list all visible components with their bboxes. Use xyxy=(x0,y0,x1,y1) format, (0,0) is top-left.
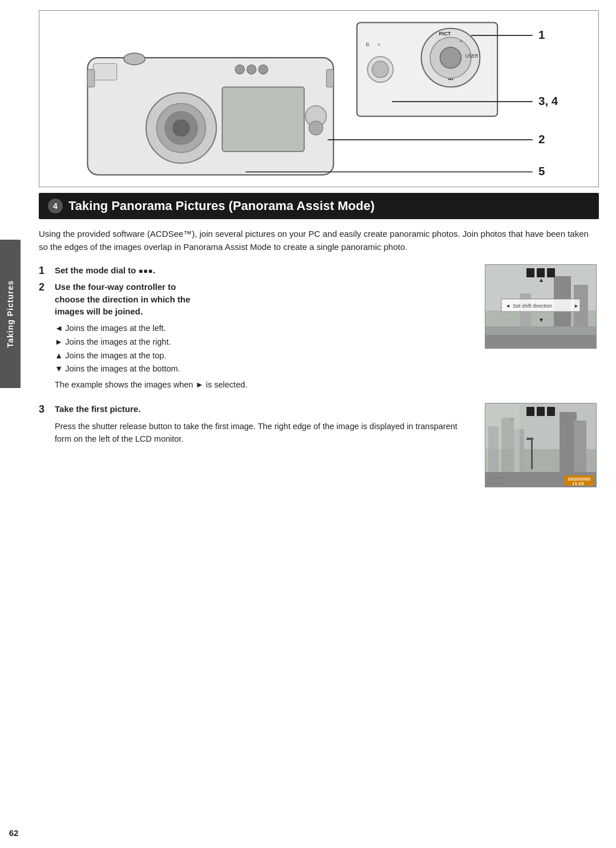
step-1-text: Set the mode dial to ▪▪▪. xyxy=(55,264,155,277)
camera-diagram-svg: PICT ≈ USER ▪▪▪ B ≈ 1 3, 4 2 5 xyxy=(39,11,598,187)
intro-paragraph: Using the provided software (ACDSee™), j… xyxy=(39,227,599,254)
section-title: Taking Panorama Pictures (Panorama Assis… xyxy=(68,199,375,213)
step-3-area: 3 Take the first picture. Press the shut… xyxy=(39,403,599,487)
svg-rect-66 xyxy=(526,438,533,440)
lcd1-scene: ▲ ◄ Set shift direction ► ▼ xyxy=(485,265,597,349)
svg-point-8 xyxy=(247,64,256,74)
sidebar-tab: Taking Pictures xyxy=(0,240,21,388)
svg-text:PICT: PICT xyxy=(439,31,451,37)
lcd-preview-1: ▲ ◄ Set shift direction ► ▼ xyxy=(485,264,597,349)
svg-text:1: 1 xyxy=(538,28,545,41)
svg-rect-54 xyxy=(574,421,586,472)
svg-rect-10 xyxy=(222,87,305,151)
step-3-heading: Take the first picture. xyxy=(55,403,141,415)
lcd2-scene: □ □ 10/20/2003 11:19 xyxy=(485,403,597,487)
svg-text:Set shift direction: Set shift direction xyxy=(513,303,552,309)
svg-rect-41 xyxy=(485,326,597,335)
svg-point-18 xyxy=(440,47,461,68)
svg-rect-42 xyxy=(526,268,534,277)
svg-rect-58 xyxy=(501,418,514,472)
svg-text:□: □ xyxy=(564,417,567,422)
svg-text:USER: USER xyxy=(465,54,479,59)
lcd-preview-2-col: □ □ 10/20/2003 11:19 xyxy=(485,403,599,487)
svg-text:11:19: 11:19 xyxy=(572,481,584,486)
main-content: PICT ≈ USER ▪▪▪ B ≈ 1 3, 4 2 5 4 xyxy=(27,0,616,848)
step-3-item: 3 Take the first picture. xyxy=(39,403,473,416)
svg-text:▪▪▪: ▪▪▪ xyxy=(448,76,453,82)
svg-rect-14 xyxy=(326,70,333,87)
bullet-down: Joins the images at the bottom. xyxy=(55,363,473,375)
svg-text:3, 4: 3, 4 xyxy=(538,94,558,107)
svg-point-24 xyxy=(372,61,388,78)
svg-point-4 xyxy=(173,120,189,136)
svg-point-5 xyxy=(124,53,145,65)
step-1-number: 1 xyxy=(39,264,49,277)
svg-text:►: ► xyxy=(574,303,579,309)
panorama-mode-icon: ▪▪▪ xyxy=(139,266,153,275)
step-2-text: Use the four-way controller tochoose the… xyxy=(55,281,191,318)
svg-rect-61 xyxy=(537,407,545,416)
sidebar: Taking Pictures 62 xyxy=(0,0,27,848)
step-2-number: 2 xyxy=(39,281,49,294)
svg-text:◄: ◄ xyxy=(505,303,510,309)
lcd-preview-2: □ □ 10/20/2003 11:19 xyxy=(485,403,597,487)
steps-1-2-area: 1 Set the mode dial to ▪▪▪. 2 Use the fo… xyxy=(39,264,599,398)
svg-rect-6 xyxy=(94,63,117,80)
svg-point-9 xyxy=(258,64,268,74)
camera-diagram-box: PICT ≈ USER ▪▪▪ B ≈ 1 3, 4 2 5 xyxy=(39,10,599,187)
bullet-left: Joins the images at the left. xyxy=(55,322,473,335)
step-3-body: Press the shutter release button to take… xyxy=(55,420,473,446)
svg-rect-67 xyxy=(489,478,504,483)
svg-text:2: 2 xyxy=(538,132,545,146)
step-2-item: 2 Use the four-way controller tochoose t… xyxy=(39,281,473,318)
steps-left-col: 1 Set the mode dial to ▪▪▪. 2 Use the fo… xyxy=(39,264,473,398)
direction-bullets: Joins the images at the left. Joins the … xyxy=(55,322,473,375)
svg-point-7 xyxy=(235,64,244,74)
section-header: 4 Taking Panorama Pictures (Panorama Ass… xyxy=(39,193,599,219)
svg-rect-43 xyxy=(537,268,545,277)
section-number-badge: 4 xyxy=(48,199,63,213)
step-1-item: 1 Set the mode dial to ▪▪▪. xyxy=(39,264,473,277)
svg-text:▼: ▼ xyxy=(538,317,544,323)
svg-rect-65 xyxy=(531,438,533,469)
svg-text:≈: ≈ xyxy=(459,39,462,44)
lcd-preview-1-col: ▲ ◄ Set shift direction ► ▼ xyxy=(485,264,599,398)
svg-rect-13 xyxy=(87,70,94,87)
svg-rect-62 xyxy=(547,407,555,416)
svg-rect-44 xyxy=(547,268,555,277)
svg-text:B: B xyxy=(366,42,369,47)
step-3-number: 3 xyxy=(39,403,49,416)
page-number: 62 xyxy=(0,828,27,838)
svg-point-12 xyxy=(309,121,323,135)
step-3-left-col: 3 Take the first picture. Press the shut… xyxy=(39,403,473,487)
example-text: The example shows the images when ► is s… xyxy=(55,380,473,389)
svg-text:□: □ xyxy=(511,417,514,422)
bullet-right: Joins the images at the right. xyxy=(55,336,473,349)
svg-rect-57 xyxy=(488,426,499,472)
sidebar-tab-label: Taking Pictures xyxy=(6,280,15,348)
svg-rect-60 xyxy=(526,407,534,416)
svg-text:5: 5 xyxy=(538,164,545,177)
bullet-up: Joins the images at the top. xyxy=(55,350,473,362)
svg-text:≈: ≈ xyxy=(378,42,380,47)
svg-rect-40 xyxy=(485,333,597,349)
svg-text:▲: ▲ xyxy=(538,277,544,283)
